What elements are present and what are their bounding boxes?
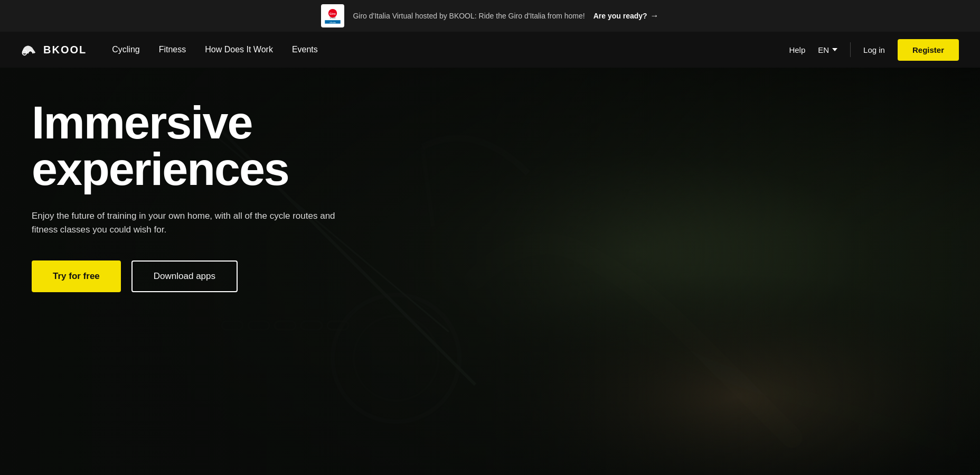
announcement-text: Giro d'Italia Virtual hosted by BKOOL: R… [353, 12, 585, 20]
nav-logo-text: BKOOL [43, 44, 87, 56]
svg-text:d'Italia: d'Italia [330, 21, 336, 24]
announcement-cta-label: Are you ready? [593, 12, 647, 20]
try-for-free-button[interactable]: Try for free [32, 260, 121, 292]
hero-buttons: Try for free Download apps [32, 260, 338, 292]
nav-link-how-does-it-work[interactable]: How Does It Work [205, 45, 273, 54]
hero-subtitle: Enjoy the future of training in your own… [32, 209, 338, 237]
hero-title-line2: experiences [32, 143, 289, 195]
nav-links: Cycling Fitness How Does It Work Events [112, 45, 789, 54]
nav-help-link[interactable]: Help [789, 45, 805, 54]
nav-link-cycling[interactable]: Cycling [112, 45, 139, 54]
announcement-logo: Giro virtual d'Italia [321, 4, 344, 27]
download-apps-button[interactable]: Download apps [131, 260, 238, 292]
hero-section: Immersive experiences Enjoy the future o… [0, 68, 980, 475]
announcement-bar: Giro virtual d'Italia Giro d'Italia Virt… [0, 0, 980, 32]
nav-login-button[interactable]: Log in [863, 45, 885, 54]
nav-right: Help EN Log in Register [789, 39, 959, 61]
nav-lang-selector[interactable]: EN [818, 45, 837, 54]
announcement-cta-arrow: → [651, 11, 659, 21]
svg-text:Giro: Giro [329, 12, 336, 15]
nav-lang-chevron-icon [832, 48, 837, 51]
nav-register-button[interactable]: Register [898, 39, 959, 61]
navbar: BKOOL Cycling Fitness How Does It Work E… [0, 32, 980, 68]
svg-text:virtual: virtual [330, 16, 336, 19]
hero-title-line1: Immersive [32, 96, 252, 148]
nav-link-fitness[interactable]: Fitness [159, 45, 186, 54]
nav-logo[interactable]: BKOOL [21, 43, 87, 56]
nav-divider [850, 42, 851, 57]
announcement-cta[interactable]: Are you ready? → [593, 11, 659, 21]
bkool-logo-icon [21, 43, 38, 56]
hero-title: Immersive experiences [32, 99, 338, 192]
nav-lang-label: EN [818, 45, 829, 54]
hero-content: Immersive experiences Enjoy the future o… [0, 68, 370, 292]
nav-link-events[interactable]: Events [292, 45, 318, 54]
